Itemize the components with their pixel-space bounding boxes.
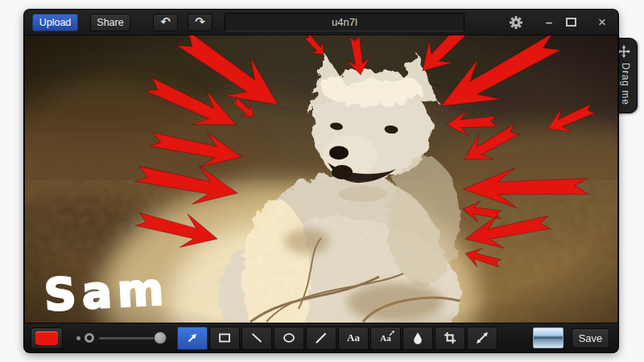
current-color-swatch [35, 331, 58, 345]
bottom-toolbar: Aa Aa [24, 323, 618, 352]
slider-thumb[interactable] [154, 331, 167, 344]
mini-arrow-icon [389, 330, 395, 336]
blur-tool-button[interactable] [402, 327, 433, 350]
crop-tool-button[interactable] [435, 327, 465, 350]
resize-diagonal-icon [476, 331, 489, 344]
minimize-button[interactable]: – [543, 16, 555, 28]
thickness-slider[interactable] [97, 330, 162, 346]
pencil-tool-button[interactable] [306, 327, 336, 350]
text-arrow-tool-button[interactable]: Aa [370, 327, 401, 350]
color-swatch-button[interactable] [31, 327, 63, 349]
ellipse-tool-button[interactable] [274, 327, 304, 350]
arrow-ne-icon [186, 331, 199, 344]
image-thumbnail[interactable] [533, 327, 564, 348]
redo-button[interactable]: ↷ [188, 14, 213, 31]
desktop-background: Drag me Upload Share ↶ ↷ [0, 0, 644, 362]
share-button[interactable]: Share [90, 14, 130, 31]
titlebar: Upload Share ↶ ↷ – × [24, 10, 618, 35]
slider-track [99, 337, 160, 339]
pencil-line-icon [315, 331, 328, 344]
undo-icon: ↶ [160, 16, 171, 28]
gear-icon [509, 15, 523, 30]
undo-button[interactable]: ↶ [153, 14, 178, 31]
rectangle-tool-button[interactable] [209, 327, 240, 350]
drag-me-label: Drag me [617, 63, 631, 105]
droplet-icon [411, 331, 424, 344]
close-button[interactable]: × [596, 15, 609, 29]
text-tool-button[interactable]: Aa [338, 327, 369, 350]
crop-icon [444, 331, 456, 344]
maximize-icon [566, 18, 576, 27]
redo-icon: ↷ [195, 16, 205, 28]
rectangle-icon [218, 331, 231, 344]
size-max-ring-icon [85, 333, 94, 343]
size-min-dot-icon [76, 336, 80, 340]
save-button[interactable]: Save [572, 328, 609, 348]
move-icon [617, 45, 630, 58]
maximize-button[interactable] [564, 16, 577, 28]
settings-button[interactable] [509, 15, 523, 30]
text-tool-label: Aa [347, 331, 360, 344]
ellipse-icon [283, 331, 295, 344]
line-tool-button[interactable] [242, 327, 272, 350]
app-window: Upload Share ↶ ↷ – × [24, 10, 618, 352]
resize-tool-button[interactable] [467, 327, 497, 350]
filename-input[interactable] [225, 13, 464, 31]
line-icon [250, 331, 263, 344]
arrow-tool-button[interactable] [177, 327, 208, 350]
canvas-text-annotation: Sam [43, 263, 170, 321]
upload-button[interactable]: Upload [32, 14, 78, 31]
tool-group: Aa Aa [177, 327, 497, 350]
image-canvas[interactable]: Sam [25, 35, 617, 323]
